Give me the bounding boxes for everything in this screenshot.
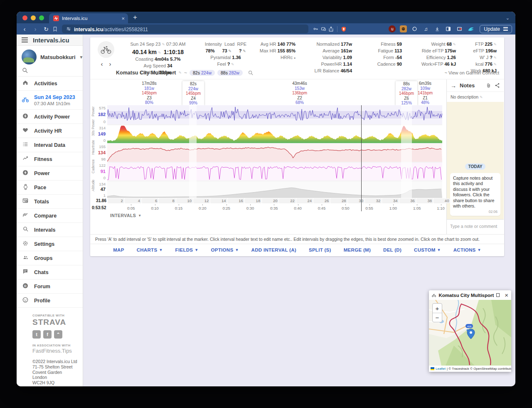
ext-monkey-icon[interactable] [400,25,407,32]
minimize-window-button[interactable] [31,15,36,20]
tab-list-chevron-icon[interactable]: ⌄ [500,15,515,23]
peak-power-chip[interactable]: 88s 282w [217,70,243,76]
toolbar-button[interactable]: ADD INTERVAL (A) [251,247,296,252]
distance-tick: 4 [125,198,141,203]
activity-type-avatar[interactable] [98,41,114,58]
sidebar-item[interactable]: Profile [17,294,83,308]
chart-marker[interactable] [361,105,362,211]
key-icon[interactable] [313,26,319,32]
attach-icon[interactable] [486,83,491,89]
toolbar-button[interactable]: CHARTS▼ [137,247,163,252]
map-header[interactable]: Komatsu City Multisport × [429,290,511,300]
sidebar-item[interactable]: Activities [17,77,83,91]
profile-row[interactable]: Matsubokkuri ▼ [17,46,83,66]
collapse-notes-icon[interactable]: → [451,82,456,89]
zoom-search-icon[interactable] [248,70,254,76]
close-map-icon[interactable]: × [505,292,508,299]
sidebar-item[interactable]: Compare [17,209,83,223]
toolbar-button[interactable]: MAP [113,247,124,252]
ext-ublock-icon[interactable]: u [389,25,396,32]
description-row[interactable]: No description ✎ [447,92,504,102]
marker-distance: 31.86 [91,198,106,203]
share-page-icon[interactable] [328,26,334,32]
ext-download-icon[interactable] [433,25,441,32]
interval-label[interactable]: 6m39s109w141bpmZ148% [414,81,436,105]
interval-label[interactable]: 17m28s181w145bpmZ380% [138,81,160,105]
activity-date[interactable]: Sun 24 Sep 23 [131,42,161,47]
reload-button[interactable]: ↻ [42,26,51,32]
toolbar-button[interactable]: DEL (D) [383,247,401,252]
ext-sidebar-icon[interactable] [445,25,452,32]
next-activity-button[interactable]: › [109,60,111,67]
sidebar-item[interactable]: Totals [17,195,83,209]
window-controls [17,15,49,23]
sidebar-item[interactable]: Sun 24 Sep 2023 07:30 AM 1h10m [17,91,83,110]
close-window-button[interactable] [22,15,27,20]
zoom-out-button[interactable]: − [433,313,442,322]
fastfitness-link[interactable]: FastFitness.Tips [32,348,78,354]
search-icon[interactable] [22,67,28,74]
sidebar-item[interactable]: Pace [17,181,83,195]
sidebar-search[interactable] [17,66,83,76]
toolbar-button[interactable]: CUSTOM▼ [414,247,441,252]
hamburger-menu-icon[interactable] [22,36,28,44]
strava-logo[interactable]: STRAVA [32,318,78,327]
tab-close-icon[interactable]: × [121,16,125,21]
sidebar-item[interactable]: Intervals [17,223,83,237]
ext-flash-vpn-icon[interactable] [467,25,474,32]
url-bar[interactable]: intervals.icu/activities/i25582811 [62,25,308,33]
browser-tab[interactable]: Intervals.icu × [49,13,128,23]
brave-shield-icon[interactable] [341,26,347,32]
intervals-dropdown[interactable]: INTERVALS ▼ [90,211,446,220]
menu-icon[interactable] [503,26,508,32]
sidebar-item[interactable]: Groups [17,251,83,265]
activity-name[interactable]: Komatsu City Multisport [116,70,176,76]
activity-chart[interactable]: Power575182030s Power3141490Heartrate155… [90,105,446,198]
sidebar-item[interactable]: Settings [17,237,83,251]
interval-label[interactable]: 43m46s153w136bpmZ268% [289,81,310,105]
new-tab-button[interactable]: + [128,13,142,23]
interval-highlight[interactable] [401,105,412,198]
ext-wallet-icon[interactable] [456,25,463,32]
sidebar-item[interactable]: Chats [17,265,83,279]
sidebar-item[interactable]: Activity HR [17,124,83,138]
sidebar-item[interactable]: Fitness [17,152,83,166]
avatar[interactable] [22,49,37,64]
zoom-in-button[interactable]: + [433,304,442,313]
site-settings-icon[interactable] [66,27,71,32]
prev-activity-button[interactable]: ‹ [101,60,103,67]
sidebar-item[interactable]: Activity Power [17,110,83,124]
profile-caret-icon[interactable]: ▼ [79,55,83,59]
toolbar-button[interactable]: SPLIT (S) [309,247,331,252]
interval-label[interactable]: 82s224w145bpmZ499% [182,81,204,106]
toolbar-button[interactable]: OPTIONS▼ [211,247,239,252]
sidebar-item[interactable]: D Forum [17,279,83,294]
zoom-window-button[interactable] [39,15,44,20]
sidebar-item[interactable]: Interval Data [17,138,83,152]
strava-icon[interactable]: ⌃ [54,330,62,339]
back-button[interactable]: ‹ [20,26,29,32]
toolbar-button[interactable]: ACTIONS▼ [453,247,481,252]
map-canvas[interactable]: 416 + − [429,300,511,366]
peak-power-chip[interactable]: 82s 224w [190,70,215,76]
toolbar-button[interactable]: FIELDS▼ [175,247,199,252]
forward-button[interactable]: › [31,26,40,32]
ext-circle-icon[interactable] [411,25,418,32]
maximize-map-icon[interactable] [496,293,500,297]
notes-title: Notes [460,82,483,89]
sidebar-item[interactable]: Power [17,166,83,181]
ext-music-icon[interactable]: ♫ [422,25,429,32]
facebook-icon[interactable]: f [43,330,52,339]
note-input[interactable] [450,224,500,229]
intervals-label: INTERVALS [110,213,136,218]
twitter-icon[interactable]: t [32,330,41,339]
garmin-connect-link[interactable]: ~ View on Garmin Connect [444,70,499,75]
toolbar-button[interactable]: MERGE (M) [344,247,371,252]
leaflet-link[interactable]: Leaflet [436,367,446,371]
browser-update-button[interactable]: Update [480,25,512,33]
bookmark-icon[interactable] [52,26,58,32]
share-icon[interactable] [495,83,500,88]
sidebar-item-icon [22,226,29,234]
interval-highlight[interactable] [189,105,197,198]
tab-capture-icon[interactable] [320,26,327,32]
